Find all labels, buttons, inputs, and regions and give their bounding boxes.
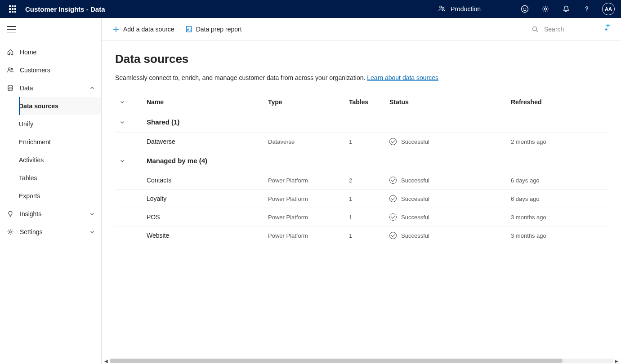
column-expand[interactable] bbox=[115, 92, 142, 112]
sidebar-item-label: Customers bbox=[20, 67, 50, 74]
chevron-down-icon bbox=[120, 120, 125, 125]
insights-icon bbox=[6, 210, 14, 218]
column-header-name[interactable]: Name bbox=[142, 92, 264, 112]
group-expand-toggle[interactable] bbox=[115, 112, 142, 133]
group-label: Shared (1) bbox=[142, 112, 608, 133]
table-row[interactable]: POSPower Platform1Successful3 months ago bbox=[115, 208, 608, 226]
sidebar-item-exports[interactable]: Exports bbox=[19, 187, 101, 205]
customers-icon bbox=[6, 66, 14, 74]
column-header-status[interactable]: Status bbox=[385, 92, 506, 112]
settings-icon[interactable] bbox=[537, 1, 554, 17]
cell-status: Successful bbox=[385, 208, 506, 226]
scroll-track[interactable] bbox=[110, 359, 613, 363]
scroll-left-icon[interactable]: ◀ bbox=[104, 359, 108, 364]
sidebar-item-data[interactable]: Data bbox=[0, 79, 101, 97]
hamburger-icon[interactable] bbox=[7, 26, 16, 32]
cell-refreshed: 3 months ago bbox=[506, 208, 608, 226]
horizontal-scrollbar[interactable]: ◀ ▶ bbox=[102, 358, 621, 364]
check-circle-icon bbox=[389, 138, 397, 145]
search-box[interactable] bbox=[525, 18, 610, 40]
table-group-row[interactable]: Managed by me (4) bbox=[115, 151, 608, 171]
table-row[interactable]: WebsitePower Platform1Successful3 months… bbox=[115, 226, 608, 245]
cell-type: Dataverse bbox=[264, 133, 344, 151]
sidebar-item-tables[interactable]: Tables bbox=[19, 169, 101, 187]
add-data-source-button[interactable]: Add a data source bbox=[112, 26, 174, 33]
sidebar-item-customers[interactable]: Customers bbox=[0, 61, 101, 79]
page-description: Seamlessly connect to, enrich, and manag… bbox=[115, 74, 608, 81]
avatar[interactable]: AA bbox=[602, 3, 615, 15]
cell-type: Power Platform bbox=[264, 208, 344, 226]
cell-status: Successful bbox=[385, 190, 506, 208]
cell-status: Successful bbox=[385, 171, 506, 190]
group-label: Managed by me (4) bbox=[142, 151, 608, 171]
sidebar-item-label: Enrichment bbox=[19, 138, 51, 146]
cell-status: Successful bbox=[385, 133, 506, 151]
sidebar-item-settings[interactable]: Settings bbox=[0, 223, 101, 241]
chevron-down-icon bbox=[120, 158, 125, 164]
check-circle-icon bbox=[389, 213, 397, 221]
scroll-right-icon[interactable]: ▶ bbox=[615, 359, 618, 364]
cell-refreshed: 2 months ago bbox=[506, 133, 608, 151]
check-circle-icon bbox=[389, 195, 397, 202]
sidebar-item-activities[interactable]: Activities bbox=[19, 151, 101, 169]
sidebar-item-unify[interactable]: Unify bbox=[19, 115, 101, 133]
sidebar-item-insights[interactable]: Insights bbox=[0, 205, 101, 223]
chevron-up-icon bbox=[89, 85, 95, 91]
svg-point-0 bbox=[440, 6, 442, 8]
column-header-tables[interactable]: Tables bbox=[344, 92, 385, 112]
cell-tables: 2 bbox=[344, 171, 385, 190]
column-header-type[interactable]: Type bbox=[264, 92, 344, 112]
column-header-refreshed[interactable]: Refreshed bbox=[506, 92, 608, 112]
command-label: Add a data source bbox=[123, 26, 174, 33]
avatar-initials: AA bbox=[605, 6, 612, 12]
learn-link[interactable]: Learn about data sources bbox=[367, 74, 438, 81]
cell-name: POS bbox=[142, 208, 264, 226]
table-row[interactable]: DataverseDataverse1Successful2 months ag… bbox=[115, 133, 608, 151]
data-icon bbox=[6, 84, 14, 92]
scroll-thumb[interactable] bbox=[110, 359, 563, 363]
cell-tables: 1 bbox=[344, 190, 385, 208]
check-circle-icon bbox=[389, 177, 397, 184]
search-input[interactable] bbox=[543, 25, 602, 33]
cell-tables: 1 bbox=[344, 133, 385, 151]
copilot-icon[interactable] bbox=[602, 23, 613, 34]
sidebar-item-enrichment[interactable]: Enrichment bbox=[19, 133, 101, 151]
sidebar-item-home[interactable]: Home bbox=[0, 43, 101, 61]
report-icon bbox=[185, 26, 192, 33]
home-icon bbox=[6, 48, 14, 56]
app-launcher-icon[interactable] bbox=[4, 0, 22, 18]
feedback-icon[interactable] bbox=[517, 1, 533, 17]
active-indicator bbox=[19, 97, 20, 115]
svg-point-6 bbox=[586, 11, 587, 12]
cell-type: Power Platform bbox=[264, 226, 344, 245]
help-icon[interactable] bbox=[579, 1, 595, 17]
topbar: Customer Insights - Data Production AA bbox=[0, 0, 621, 18]
svg-point-8 bbox=[11, 68, 13, 70]
group-expand-toggle[interactable] bbox=[115, 151, 142, 171]
cell-type: Power Platform bbox=[264, 190, 344, 208]
sidebar-item-label: Home bbox=[20, 49, 36, 56]
sidebar-item-data-sources[interactable]: Data sources bbox=[19, 97, 101, 115]
data-sources-table: Name Type Tables Status Refreshed Shared… bbox=[115, 92, 608, 358]
sidebar-item-label: Data bbox=[20, 84, 33, 92]
svg-point-12 bbox=[533, 27, 537, 31]
table-row[interactable]: LoyaltyPower Platform1Successful6 days a… bbox=[115, 190, 608, 208]
environment-picker[interactable]: Production bbox=[438, 5, 481, 13]
notifications-icon[interactable] bbox=[558, 1, 574, 17]
sidebar-item-label: Activities bbox=[19, 156, 44, 164]
command-label: Data prep report bbox=[196, 26, 242, 33]
table-group-row[interactable]: Shared (1) bbox=[115, 112, 608, 133]
search-icon bbox=[532, 26, 539, 33]
cell-name: Contacts bbox=[142, 171, 264, 190]
environment-icon bbox=[438, 5, 445, 13]
svg-point-5 bbox=[545, 8, 547, 10]
sidebar-item-label: Tables bbox=[19, 174, 37, 182]
waffle-icon bbox=[9, 5, 16, 13]
page-description-text: Seamlessly connect to, enrich, and manag… bbox=[115, 74, 367, 81]
svg-point-3 bbox=[523, 8, 524, 9]
app-title: Customer Insights - Data bbox=[25, 5, 105, 13]
svg-point-1 bbox=[442, 7, 444, 9]
data-prep-report-button[interactable]: Data prep report bbox=[185, 26, 242, 33]
svg-point-2 bbox=[522, 6, 528, 13]
table-row[interactable]: ContactsPower Platform2Successful6 days … bbox=[115, 171, 608, 190]
